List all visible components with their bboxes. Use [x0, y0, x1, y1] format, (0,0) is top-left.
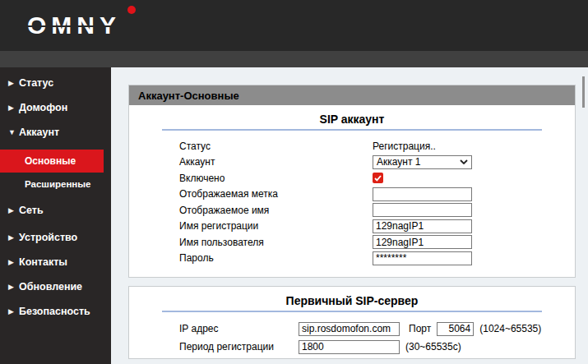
username-input[interactable]	[373, 235, 472, 249]
register-name-input[interactable]	[373, 219, 472, 233]
sidebar-item-label: Домофон	[19, 102, 67, 113]
page-title: Аккаунт-Основные	[129, 85, 575, 105]
account-select[interactable]: Аккаунт 1	[373, 155, 472, 169]
triangle-right-icon: ▶	[8, 307, 19, 316]
enabled-checkbox[interactable]	[373, 173, 383, 183]
sidebar-item-network[interactable]: ▶ Сеть	[0, 198, 111, 223]
sidebar-item-label: Безопасность	[19, 306, 90, 317]
password-label: Пароль	[179, 252, 373, 264]
account-label: Аккаунт	[179, 156, 373, 168]
triangle-right-icon: ▶	[8, 79, 19, 87]
status-label: Статус	[179, 141, 373, 152]
display-label-label: Отображаемая метка	[179, 188, 373, 200]
form-row-enabled: Включено	[129, 170, 575, 187]
section-heading-sip-account: SIP аккаунт	[129, 113, 575, 126]
port-input[interactable]	[437, 322, 474, 336]
sidebar-subitem-advanced[interactable]: Расширенные	[0, 173, 111, 196]
main-layout: ▶ Статус ▶ Домофон ▼ Аккаунт Основные Ра…	[0, 67, 588, 364]
triangle-right-icon: ▶	[8, 206, 19, 214]
sidebar-item-label: Контакты	[19, 256, 67, 268]
period-range-hint: (30~65535с)	[405, 341, 461, 352]
sidebar-subitem-label: Основные	[25, 155, 76, 167]
form-row-status: Статус Регистрация..	[129, 138, 575, 154]
omny-logo: OMNY	[27, 13, 138, 39]
section-divider	[162, 129, 542, 131]
section-heading-primary-server: Первичный SIP-сервер	[129, 294, 575, 307]
omny-web-interface: OMNY ▶ Статус ▶ Домофон ▼ Аккаунт Основн…	[0, 0, 588, 364]
chevron-down-icon	[460, 159, 468, 164]
form-row-period: Период регистрации (30~65535с)	[129, 338, 575, 356]
sidebar-item-label: Сеть	[19, 205, 44, 216]
register-name-label: Имя регистрации	[179, 220, 373, 232]
sidebar-item-label: Обновление	[19, 281, 82, 293]
section-divider	[162, 311, 542, 312]
checkmark-icon	[374, 175, 382, 182]
account-basic-panel: Аккаунт-Основные SIP аккаунт Статус Реги…	[128, 85, 576, 278]
sidebar-item-label: Статус	[19, 77, 53, 89]
header-sub-band	[0, 51, 588, 67]
ip-input[interactable]	[299, 322, 400, 336]
app-header: OMNY	[0, 0, 588, 51]
period-input[interactable]	[299, 340, 400, 354]
sidebar-item-update[interactable]: ▶ Обновление	[0, 274, 111, 299]
triangle-right-icon: ▶	[8, 104, 19, 112]
primary-sip-server-panel: Первичный SIP-сервер IP адрес Порт (1024…	[128, 286, 576, 359]
account-select-value: Аккаунт 1	[377, 156, 420, 168]
sidebar: ▶ Статус ▶ Домофон ▼ Аккаунт Основные Ра…	[0, 67, 111, 364]
sidebar-subitem-basic-active[interactable]: Основные	[0, 150, 104, 173]
primary-sip-server-section: Первичный SIP-сервер IP адрес Порт (1024…	[129, 287, 575, 356]
password-input[interactable]	[373, 251, 472, 265]
form-row-display-label: Отображаемая метка	[129, 187, 575, 203]
sidebar-item-domofon[interactable]: ▶ Домофон	[0, 95, 111, 120]
sidebar-item-security[interactable]: ▶ Безопасность	[0, 299, 111, 324]
form-row-account: Аккаунт Аккаунт 1	[129, 154, 575, 171]
sidebar-item-label: Устройство	[19, 232, 77, 243]
logo-stencil-slit	[27, 25, 127, 27]
scrollbar-thumb[interactable]	[582, 76, 585, 108]
sidebar-item-contacts[interactable]: ▶ Контакты	[0, 250, 111, 274]
sidebar-item-account[interactable]: ▼ Аккаунт	[0, 120, 111, 145]
period-label: Период регистрации	[179, 341, 299, 352]
form-row-username: Имя пользователя	[129, 234, 575, 251]
triangle-right-icon: ▶	[8, 233, 19, 242]
display-label-input[interactable]	[373, 187, 472, 201]
form-row-password: Пароль	[129, 251, 575, 267]
content-area: Аккаунт-Основные SIP аккаунт Статус Реги…	[111, 67, 588, 364]
sidebar-item-status[interactable]: ▶ Статус	[0, 71, 111, 95]
port-label: Порт	[409, 323, 431, 334]
port-range-hint: (1024~65535)	[479, 323, 541, 334]
form-row-ip: IP адрес Порт (1024~65535)	[129, 320, 575, 338]
display-name-input[interactable]	[373, 203, 472, 217]
enabled-label: Включено	[179, 173, 373, 184]
username-label: Имя пользователя	[179, 237, 373, 248]
logo-red-dot-icon	[127, 6, 136, 14]
display-name-label: Отображаемое имя	[179, 205, 373, 216]
form-row-display-name: Отображаемое имя	[129, 202, 575, 219]
ip-label: IP адрес	[179, 323, 299, 334]
status-value: Регистрация..	[373, 141, 436, 152]
sidebar-item-device[interactable]: ▶ Устройство	[0, 225, 111, 250]
form-row-register-name: Имя регистрации	[129, 219, 575, 235]
sidebar-item-label: Аккаунт	[19, 127, 59, 138]
triangle-right-icon: ▶	[8, 283, 19, 291]
triangle-down-icon: ▼	[8, 128, 19, 136]
triangle-right-icon: ▶	[8, 258, 19, 266]
sidebar-subitem-label: Расширенные	[25, 179, 91, 189]
sip-account-section: SIP аккаунт Статус Регистрация.. Аккаунт…	[129, 105, 575, 277]
